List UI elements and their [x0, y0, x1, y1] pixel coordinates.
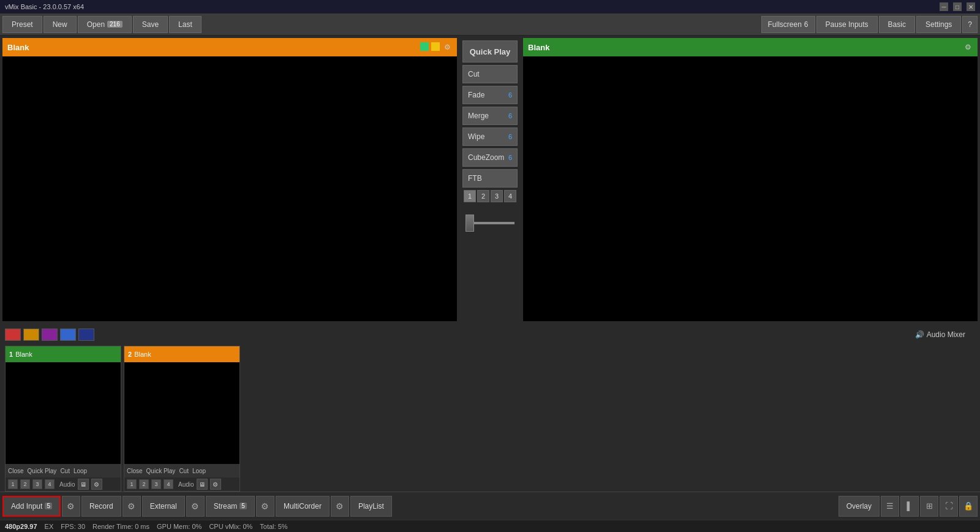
cubezoom-button[interactable]: CubeZoom 6: [462, 148, 518, 167]
audio-mixer-label[interactable]: Audio Mixer: [927, 330, 965, 339]
cubezoom-num: 6: [508, 154, 512, 161]
preview-area: Blank ⚙ Quick Play Cut Fade 6 Merge 6 Wi…: [0, 36, 980, 324]
preview-right-header: Blank ⚙: [523, 38, 978, 56]
external-button[interactable]: External: [142, 496, 185, 517]
color-tab-blue[interactable]: [60, 329, 76, 341]
stream-gear-button[interactable]: ⚙: [256, 496, 274, 517]
page-3-button[interactable]: 3: [491, 190, 503, 202]
stream-button[interactable]: Stream 5: [206, 496, 255, 517]
menu-right: Fullscreen 6 Pause Inputs Basic Settings…: [761, 16, 978, 33]
fullscreen-button[interactable]: Fullscreen 6: [761, 16, 815, 33]
last-button[interactable]: Last: [169, 16, 202, 33]
merge-button[interactable]: Merge 6: [462, 107, 518, 125]
input-2-page2[interactable]: 2: [139, 479, 149, 489]
input-1-loop[interactable]: Loop: [74, 468, 87, 474]
input-2-page1[interactable]: 1: [127, 479, 137, 489]
page-4-button[interactable]: 4: [504, 190, 516, 202]
input-1-monitor-icon[interactable]: 🖥: [78, 479, 89, 490]
new-button[interactable]: New: [43, 16, 77, 33]
window-controls: ─ □ ✕: [940, 2, 975, 11]
input-2-monitor-icon[interactable]: 🖥: [197, 479, 208, 490]
overlay-bar-icon[interactable]: ▌: [900, 496, 919, 517]
input-1-header: 1 Blank: [6, 346, 121, 362]
overlay-grid-icon[interactable]: ⊞: [920, 496, 938, 517]
close-button[interactable]: ✕: [967, 2, 975, 11]
fader-handle[interactable]: [466, 215, 474, 232]
input-1-page4[interactable]: 4: [45, 479, 55, 489]
input-2-page4[interactable]: 4: [164, 479, 173, 489]
overlay-button[interactable]: Overlay: [839, 496, 880, 517]
input-tile-2: 2 Blank Close Quick Play Cut Loop 1 2 3: [124, 346, 240, 492]
input-1-page3[interactable]: 3: [32, 479, 42, 489]
multicorder-button[interactable]: MultiCorder: [276, 496, 330, 517]
inputs-area: 🔊 Audio Mixer 1 Blank Close Quick P: [0, 324, 980, 492]
input-1-page2[interactable]: 2: [20, 479, 30, 489]
preview-green-icon[interactable]: [420, 42, 429, 51]
open-button[interactable]: Open 216: [78, 16, 132, 33]
preview-yellow-icon[interactable]: [431, 42, 440, 51]
app-title: vMix Basic - 23.0.0.57 x64: [5, 3, 84, 10]
input-2-close[interactable]: Close: [127, 468, 143, 474]
input-2-num: 2: [128, 351, 132, 358]
render-label: Render Time: 0 ms: [92, 523, 149, 530]
page-1-button[interactable]: 1: [464, 190, 476, 202]
cut-label: Cut: [468, 70, 480, 78]
overlay-lock-icon[interactable]: 🔒: [959, 496, 978, 517]
playlist-button[interactable]: PlayList: [350, 496, 392, 517]
minimize-button[interactable]: ─: [940, 2, 948, 11]
add-input-button[interactable]: Add Input 5: [2, 496, 61, 517]
open-label: Open: [87, 20, 105, 29]
record-button[interactable]: Record: [81, 496, 121, 517]
input-2-controls: Close Quick Play Cut Loop: [124, 464, 239, 477]
fade-button[interactable]: Fade 6: [462, 86, 518, 104]
preview-left-screen: [2, 56, 457, 321]
wipe-button[interactable]: Wipe 6: [462, 127, 518, 146]
gpu-label: GPU Mem: 0%: [157, 523, 202, 530]
input-1-settings-icon[interactable]: ⚙: [91, 479, 102, 490]
input-2-page3[interactable]: 3: [151, 479, 161, 489]
stream-badge: 5: [239, 503, 247, 509]
input-1-audio-label: Audio: [59, 481, 75, 488]
cut-button[interactable]: Cut: [462, 65, 518, 83]
preview-settings-icon[interactable]: ⚙: [442, 42, 452, 52]
overlay-fullscreen-icon[interactable]: ⛶: [940, 496, 958, 517]
total-label: Total: 5%: [260, 523, 287, 530]
help-button[interactable]: ?: [962, 16, 978, 33]
input-2-settings-icon[interactable]: ⚙: [210, 479, 221, 490]
maximize-button[interactable]: □: [953, 2, 962, 11]
preview-right-icons: ⚙: [963, 42, 973, 52]
input-1-quickplay[interactable]: Quick Play: [28, 468, 57, 474]
ftb-label: FTB: [468, 174, 482, 183]
overlay-list-icon[interactable]: ☰: [881, 496, 899, 517]
title-bar: vMix Basic - 23.0.0.57 x64 ─ □ ✕: [0, 0, 980, 13]
input-2-cut[interactable]: Cut: [179, 468, 189, 474]
input-1-cut[interactable]: Cut: [60, 468, 70, 474]
color-tab-red[interactable]: [5, 329, 21, 341]
page-2-button[interactable]: 2: [477, 190, 489, 202]
pause-inputs-button[interactable]: Pause Inputs: [816, 16, 878, 33]
preview-left: Blank ⚙: [2, 38, 457, 321]
input-2-name: Blank: [134, 351, 151, 358]
save-button[interactable]: Save: [133, 16, 168, 33]
input-1-close[interactable]: Close: [8, 468, 24, 474]
input-2-loop[interactable]: Loop: [192, 468, 206, 474]
record-gear-button[interactable]: ⚙: [123, 496, 141, 517]
preview-right: Blank ⚙: [523, 38, 978, 321]
preset-button[interactable]: Preset: [2, 16, 42, 33]
color-tab-darkblue[interactable]: [78, 329, 94, 341]
input-2-quickplay[interactable]: Quick Play: [146, 468, 176, 474]
settings-top-button[interactable]: Settings: [916, 16, 961, 33]
fader-track[interactable]: [466, 222, 514, 224]
input-tile-1: 1 Blank Close Quick Play Cut Loop 1 2 3: [5, 346, 121, 492]
add-input-gear-button[interactable]: ⚙: [62, 496, 80, 517]
multicorder-gear-button[interactable]: ⚙: [331, 496, 349, 517]
external-gear-button[interactable]: ⚙: [186, 496, 205, 517]
color-tab-orange[interactable]: [23, 329, 39, 341]
color-tab-purple[interactable]: [42, 329, 58, 341]
basic-button[interactable]: Basic: [879, 16, 915, 33]
quick-play-button[interactable]: Quick Play: [462, 40, 518, 63]
bottom-toolbar: Add Input 5 ⚙ Record ⚙ External ⚙ Stream…: [0, 492, 980, 520]
ftb-button[interactable]: FTB: [462, 169, 518, 188]
input-1-page1[interactable]: 1: [8, 479, 18, 489]
preview-right-settings-icon[interactable]: ⚙: [963, 42, 973, 52]
